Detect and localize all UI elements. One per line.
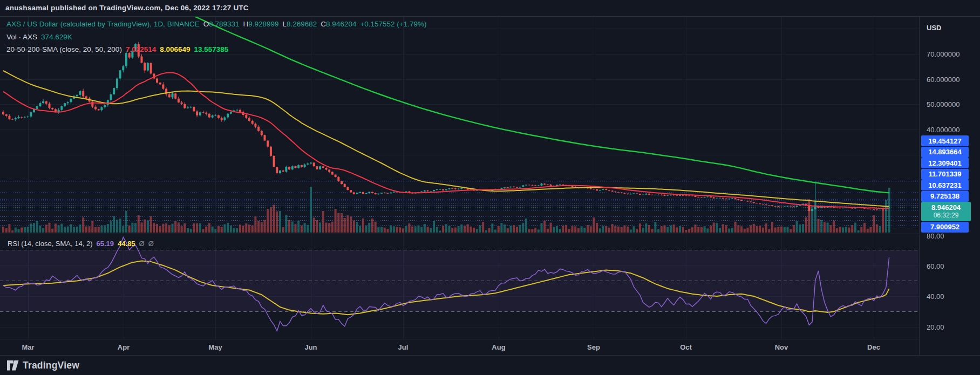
sma20-value: 7.022514 xyxy=(126,45,156,53)
rsi-pane xyxy=(0,237,919,331)
bar-countdown: 06:32:29 xyxy=(934,212,959,220)
rsi-axis-label: 80.00 xyxy=(927,232,944,240)
month-label: Apr xyxy=(118,343,130,351)
rsi-axis-label: 20.00 xyxy=(927,323,944,331)
rsi-sma-value: 44.85 xyxy=(118,240,135,248)
tradingview-logo[interactable]: TradingView xyxy=(7,360,79,371)
sma200-value: 13.557385 xyxy=(194,45,229,53)
month-label: Aug xyxy=(492,343,505,351)
price-axis-currency: USD xyxy=(927,24,941,32)
tradingview-logo-icon xyxy=(7,360,19,371)
price-axis[interactable]: USD 70.00000060.00000050.00000040.000000… xyxy=(919,16,980,355)
rsi-label: RSI (14, close, SMA, 14, 2) xyxy=(8,240,93,248)
month-label: Mar xyxy=(22,343,34,351)
volume-legend-row[interactable]: Vol · AXS 374.629K xyxy=(6,33,72,41)
last-price-value: 8.946204 xyxy=(931,203,961,212)
level-price-label: 11.701339 xyxy=(921,169,969,180)
month-label: Jul xyxy=(398,343,409,351)
time-axis[interactable]: MarAprMayJunJulAugSepOctNovDec xyxy=(0,339,919,356)
price-axis-label: 50.000000 xyxy=(927,100,959,108)
ohlc-low: L8.269682 xyxy=(283,20,317,28)
ohlc-close: C8.946204 xyxy=(321,20,356,28)
change-value: +0.157552 (+1.79%) xyxy=(360,20,426,28)
footer-bar: TradingView xyxy=(0,355,980,375)
level-price-label: 10.637231 xyxy=(921,180,969,190)
month-label: Dec xyxy=(867,343,880,351)
tradingview-brand: TradingView xyxy=(23,360,79,371)
month-label: Oct xyxy=(680,343,692,351)
rsi-empty-2: Ø xyxy=(148,240,154,248)
level-price-label: 7.900952 xyxy=(921,222,969,233)
month-label: Nov xyxy=(775,343,788,351)
volume-bars xyxy=(2,187,890,233)
level-price-label: 9.725138 xyxy=(921,191,969,202)
last-price-label: 8.94620406:32:29 xyxy=(921,202,971,221)
volume-label: Vol · AXS xyxy=(6,33,37,41)
sma50-value: 8.006649 xyxy=(160,45,190,53)
month-label: Sep xyxy=(587,343,600,351)
level-price-label: 19.454127 xyxy=(921,135,969,146)
rsi-empty-1: Ø xyxy=(139,240,145,248)
ohlc-high: H9.928999 xyxy=(243,20,278,28)
symbol-legend-row[interactable]: AXS / US Dollar (calculated by TradingVi… xyxy=(6,20,427,28)
candlesticks xyxy=(2,42,890,212)
rsi-legend-row[interactable]: RSI (14, close, SMA, 14, 2) 65.19 44.85 … xyxy=(8,240,154,248)
tradingview-snapshot: { "header": { "published_line": "anushsa… xyxy=(0,0,980,375)
sma-legend-row[interactable]: 20-50-200-SMA (close, 20, 50, 200) 7.022… xyxy=(6,45,228,53)
chart-svg xyxy=(0,0,980,375)
volume-value: 374.629K xyxy=(41,33,72,41)
price-axis-label: 40.000000 xyxy=(927,126,959,134)
price-axis-label: 60.000000 xyxy=(927,76,959,84)
rsi-axis-label: 40.00 xyxy=(927,292,944,301)
published-line: anushsamal published on TradingView.com,… xyxy=(5,4,249,12)
price-axis-label: 70.000000 xyxy=(927,50,959,58)
rsi-value: 65.19 xyxy=(97,240,114,248)
level-price-label: 12.309401 xyxy=(921,158,969,168)
symbol-title: AXS / US Dollar (calculated by TradingVi… xyxy=(6,20,200,28)
level-price-label: 14.893664 xyxy=(921,147,969,158)
month-label: May xyxy=(208,343,222,351)
ohlc-open: O8.789331 xyxy=(203,20,240,28)
sma-label: 20-50-200-SMA (close, 20, 50, 200) xyxy=(6,45,122,53)
month-label: Jun xyxy=(304,343,317,351)
chart-canvas[interactable] xyxy=(0,0,980,375)
rsi-axis-label: 60.00 xyxy=(927,262,944,270)
